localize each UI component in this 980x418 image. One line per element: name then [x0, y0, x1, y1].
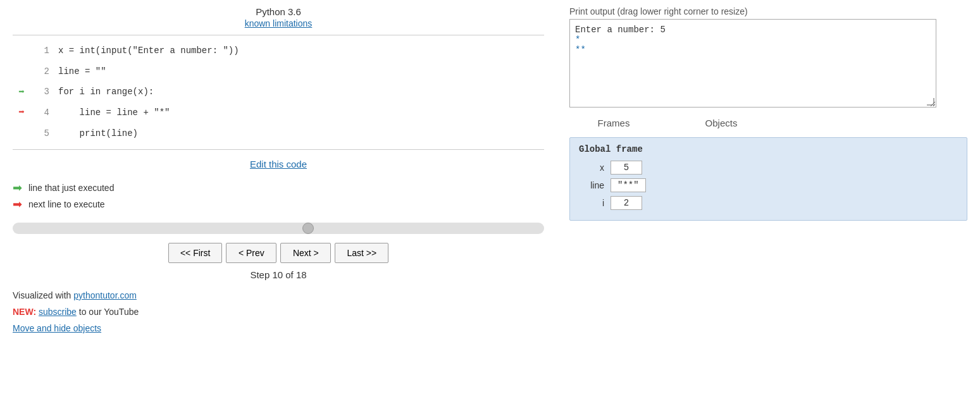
code-text-3: for i in range(x):: [58, 84, 154, 100]
code-line-5: 5 print(line): [13, 123, 544, 144]
code-line-4: ➡ 4 line = line + "*": [13, 102, 544, 123]
code-line-1: 1 x = int(input("Enter a number: ")): [13, 40, 544, 61]
objects-label: Objects: [658, 118, 785, 128]
slider-thumb[interactable]: [302, 223, 314, 234]
global-frame: Global frame x 5 line "**" i 2: [569, 137, 967, 221]
output-line-2: *: [575, 35, 931, 45]
legend-green-arrow: ➡: [13, 181, 22, 195]
right-panel: Print output (drag lower right corner to…: [557, 0, 980, 418]
var-name-i: i: [579, 198, 604, 208]
line-num-5: 5: [30, 126, 49, 142]
output-line-1: Enter a number: 5: [575, 25, 931, 35]
slider-area[interactable]: [13, 223, 544, 234]
red-arrow-4: ➡: [13, 104, 30, 122]
arrow-2: [13, 63, 30, 81]
last-button[interactable]: Last >>: [335, 243, 388, 263]
legend-red-arrow: ➡: [13, 197, 22, 211]
code-line-3: ➡ 3 for i in range(x):: [13, 82, 544, 103]
frames-label: Frames: [569, 118, 658, 128]
edit-this-code-link[interactable]: Edit this code: [250, 159, 307, 169]
visualized-line: Visualized with pythontutor.com: [13, 290, 544, 300]
step-info: Step 10 of 18: [13, 269, 544, 280]
legend-green-label: line that just executed: [28, 183, 114, 193]
global-frame-title: Global frame: [579, 144, 958, 154]
green-arrow-3: ➡: [13, 83, 30, 102]
new-line: NEW: subscribe to our YouTube: [13, 307, 544, 317]
var-value-i: 2: [611, 196, 642, 210]
prev-button[interactable]: < Prev: [226, 243, 276, 263]
navigation-buttons: << First < Prev Next > Last >>: [13, 243, 544, 263]
python-version-title: Python 3.6: [13, 6, 544, 17]
print-output-label: Print output (drag lower right corner to…: [569, 6, 967, 16]
var-value-x: 5: [611, 161, 642, 175]
var-name-line: line: [579, 180, 604, 190]
visualized-with-text: Visualized with: [13, 290, 73, 300]
line-num-1: 1: [30, 43, 49, 59]
print-output-box[interactable]: Enter a number: 5 * **: [569, 19, 936, 108]
known-limitations-link[interactable]: known limitations: [245, 18, 313, 28]
resize-handle[interactable]: [927, 98, 934, 106]
legend: ➡ line that just executed ➡ next line to…: [13, 181, 544, 214]
code-area: 1 x = int(input("Enter a number: ")) 2 l…: [13, 35, 544, 150]
legend-red-label: next line to execute: [28, 199, 105, 209]
code-line-2: 2 line = "": [13, 61, 544, 82]
left-panel: Python 3.6 known limitations 1 x = int(i…: [0, 0, 557, 418]
new-label: NEW:: [13, 307, 36, 317]
frames-objects-header: Frames Objects: [569, 118, 967, 128]
line-num-3: 3: [30, 84, 49, 100]
var-name-x: x: [579, 163, 604, 173]
first-button[interactable]: << First: [168, 243, 222, 263]
code-text-4: line = line + "*": [58, 105, 170, 121]
frame-row-x: x 5: [579, 161, 958, 175]
frame-row-i: i 2: [579, 196, 958, 210]
code-text-1: x = int(input("Enter a number: ")): [58, 43, 239, 59]
subscribe-text: to our YouTube: [79, 307, 139, 317]
output-line-3: **: [575, 45, 931, 55]
move-hide-anchor[interactable]: Move and hide objects: [13, 323, 101, 333]
legend-red: ➡ next line to execute: [13, 197, 544, 211]
frame-row-line: line "**": [579, 178, 958, 192]
edit-link-container: Edit this code: [13, 159, 544, 169]
move-hide-link[interactable]: Move and hide objects: [13, 323, 544, 333]
arrow-1: [13, 42, 30, 60]
line-num-2: 2: [30, 64, 49, 80]
arrow-5: [13, 125, 30, 143]
legend-green: ➡ line that just executed: [13, 181, 544, 195]
pythontutor-link[interactable]: pythontutor.com: [73, 290, 137, 300]
known-limitations-container: known limitations: [13, 18, 544, 28]
code-text-2: line = "": [58, 64, 106, 80]
var-value-line: "**": [611, 178, 646, 192]
code-text-5: print(line): [58, 126, 138, 142]
subscribe-link[interactable]: subscribe: [39, 307, 77, 317]
line-num-4: 4: [30, 105, 49, 121]
next-button[interactable]: Next >: [280, 243, 331, 263]
slider-track[interactable]: [13, 223, 544, 234]
